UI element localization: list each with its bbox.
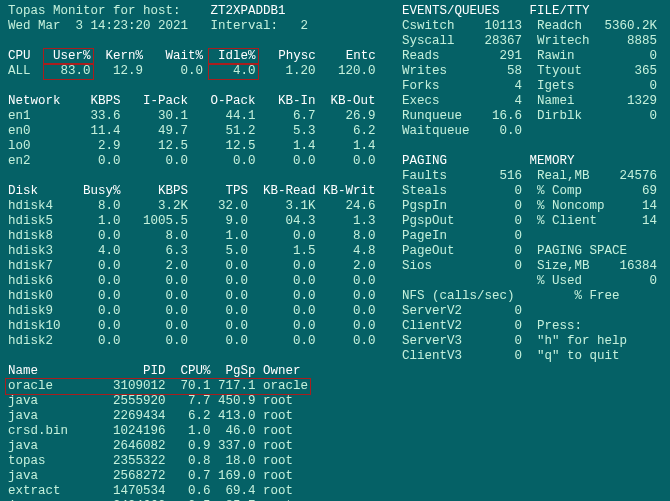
network-header: Network KBPS I-Pack O-Pack KB-In KB-Out <box>8 94 384 109</box>
process-row: extract 1470534 0.6 69.4 root <box>8 484 384 499</box>
paging-row: ServerV3 0 "h" for help <box>402 334 662 349</box>
events-row: Waitqueue 0.0 <box>402 124 662 139</box>
events-label: EVENTS/QUEUES <box>402 4 500 18</box>
file-label: FILE/TTY <box>530 4 590 18</box>
paging-row: PageIn 0 <box>402 229 662 244</box>
network-row: en2 0.0 0.0 0.0 0.0 0.0 <box>8 154 384 169</box>
network-row: en1 33.6 30.1 44.1 6.7 26.9 <box>8 109 384 124</box>
process-row: java 2568272 0.7 169.0 root <box>8 469 384 484</box>
network-row: en0 11.4 49.7 51.2 5.3 6.2 <box>8 124 384 139</box>
disk-row: hdisk0 0.0 0.0 0.0 0.0 0.0 <box>8 289 384 304</box>
events-row: Execs 4 Namei 1329 <box>402 94 662 109</box>
events-row: Syscall 28367 Writech 8885 <box>402 34 662 49</box>
events-row: Reads 291 Rawin 0 <box>402 49 662 64</box>
paging-row: Steals 0 % Comp 69 <box>402 184 662 199</box>
process-row: java 2646082 0.9 337.0 root <box>8 439 384 454</box>
paging-row: Sios 0 Size,MB 16384 <box>402 259 662 274</box>
disk-row: hdisk8 0.0 8.0 1.0 0.0 8.0 <box>8 229 384 244</box>
disk-row: hdisk3 4.0 6.3 5.0 1.5 4.8 <box>8 244 384 259</box>
disk-table: Disk Busy% KBPS TPS KB-Read KB-Writhdisk… <box>8 184 384 349</box>
process-row: crsd.bin 1024196 1.0 46.0 root <box>8 424 384 439</box>
main-panel: Topas Monitor for host: ZT2XPADDB1 Wed M… <box>8 4 384 501</box>
side-panel: EVENTS/QUEUES FILE/TTY Cswitch 10113 Rea… <box>402 4 662 501</box>
paging-table: Faults 516 Real,MB 24576Steals 0 % Comp … <box>402 169 662 364</box>
disk-row: hdisk9 0.0 0.0 0.0 0.0 0.0 <box>8 304 384 319</box>
paging-row: Faults 516 Real,MB 24576 <box>402 169 662 184</box>
process-table: Name PID CPU% PgSp Owner oracle 3109012 … <box>8 364 384 501</box>
network-row: lo0 2.9 12.5 12.5 1.4 1.4 <box>8 139 384 154</box>
cpu-header: CPU User% Kern% Wait% Idle% Physc Entc <box>8 49 384 64</box>
hostname: ZT2XPADDB1 <box>211 4 286 18</box>
memory-label: MEMORY <box>530 154 575 168</box>
events-table: Cswitch 10113 Readch 5360.2KSyscall 2836… <box>402 19 662 139</box>
paging-row: % Used 0 <box>402 274 662 289</box>
paging-row: PgspOut 0 % Client 14 <box>402 214 662 229</box>
disk-row: hdisk5 1.0 1005.5 9.0 04.3 1.3 <box>8 214 384 229</box>
events-row: Runqueue 16.6 Dirblk 0 <box>402 109 662 124</box>
cpu-row: ALL 83.0 12.9 0.0 4.0 1.20 120.0 <box>8 64 384 79</box>
process-row: java 2555920 7.7 450.9 root <box>8 394 384 409</box>
network-table: Network KBPS I-Pack O-Pack KB-In KB-Oute… <box>8 94 384 169</box>
events-row: Cswitch 10113 Readch 5360.2K <box>402 19 662 34</box>
title: Topas Monitor for host: <box>8 4 181 18</box>
process-header: Name PID CPU% PgSp Owner <box>8 364 384 379</box>
date: Wed Mar 3 14:23:20 2021 <box>8 19 188 33</box>
events-row: Writes 58 Ttyout 365 <box>402 64 662 79</box>
paging-row: ServerV2 0 <box>402 304 662 319</box>
events-row: Forks 4 Igets 0 <box>402 79 662 94</box>
process-row-highlighted: oracle 3109012 70.1 717.1 oracle <box>8 379 384 394</box>
paging-label: PAGING <box>402 154 447 168</box>
process-row: topas 2355322 0.8 18.0 root <box>8 454 384 469</box>
paging-row: NFS (calls/sec) % Free 100 <box>402 289 662 304</box>
disk-row: hdisk4 8.0 3.2K 32.0 3.1K 24.6 <box>8 199 384 214</box>
paging-row: ClientV2 0 Press: <box>402 319 662 334</box>
disk-row: hdisk7 0.0 2.0 0.0 0.0 2.0 <box>8 259 384 274</box>
disk-row: hdisk10 0.0 0.0 0.0 0.0 0.0 <box>8 319 384 334</box>
paging-row: ClientV3 0 "q" to quit <box>402 349 662 364</box>
process-row: java 2269434 6.2 413.0 root <box>8 409 384 424</box>
disk-row: hdisk6 0.0 0.0 0.0 0.0 0.0 <box>8 274 384 289</box>
paging-row: PageOut 0 PAGING SPACE <box>402 244 662 259</box>
disk-row: hdisk2 0.0 0.0 0.0 0.0 0.0 <box>8 334 384 349</box>
disk-header: Disk Busy% KBPS TPS KB-Read KB-Writ <box>8 184 384 199</box>
interval-label: Interval: <box>211 19 279 33</box>
interval: 2 <box>301 19 309 33</box>
paging-row: PgspIn 0 % Noncomp 14 <box>402 199 662 214</box>
